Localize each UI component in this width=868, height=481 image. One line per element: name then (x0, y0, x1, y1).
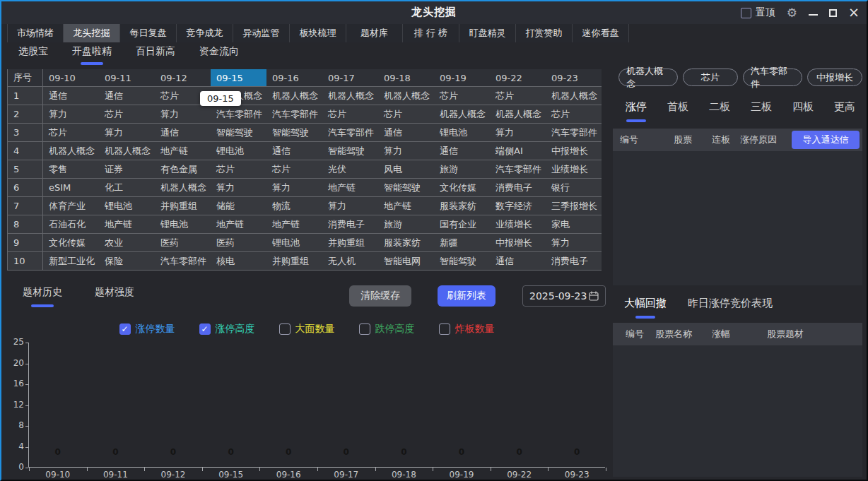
board-tab[interactable]: 三板 (751, 100, 772, 122)
theme-cell[interactable]: 体育产业 (43, 197, 99, 215)
theme-cell[interactable]: 新疆 (434, 234, 490, 251)
theme-cell[interactable]: 光伏 (322, 160, 378, 178)
theme-cell[interactable]: 智能驾驶 (378, 179, 434, 196)
theme-cell[interactable]: 芯片 (490, 87, 546, 105)
subnav-tab[interactable]: 资金流向 (198, 44, 240, 65)
subnav-tab[interactable]: 百日新高 (134, 44, 177, 65)
subnav-tab[interactable]: 开盘啦精 (71, 44, 113, 65)
theme-cell[interactable]: 芯片 (546, 105, 602, 123)
nav-tab[interactable]: 盯盘精灵 (459, 24, 516, 42)
theme-cell[interactable]: 并购重组 (266, 252, 322, 270)
theme-cell[interactable]: 汽车零部件 (322, 124, 378, 141)
history-tab[interactable]: 题材历史 (23, 286, 62, 307)
pin-to-top-toggle[interactable]: 置顶 (741, 6, 775, 19)
theme-cell[interactable]: 地产链 (378, 197, 434, 215)
theme-cell[interactable]: 芯片 (378, 105, 434, 123)
theme-cell[interactable]: 中报增长 (490, 234, 546, 251)
history-tab[interactable]: 题材强度 (95, 286, 134, 307)
theme-cell[interactable]: 芯片 (43, 124, 99, 141)
theme-cell[interactable]: 通信 (378, 124, 434, 141)
import-tdx-button[interactable]: 导入通达信 (792, 131, 860, 149)
theme-cell[interactable]: 锂电池 (266, 234, 322, 251)
theme-cell[interactable]: 中报增长 (546, 142, 602, 160)
theme-tag[interactable]: 中报增长 (807, 69, 862, 86)
theme-cell[interactable]: 地产链 (266, 215, 322, 233)
theme-cell[interactable]: 地产链 (211, 215, 266, 233)
theme-cell[interactable]: 汽车零部件 (266, 105, 322, 123)
theme-cell[interactable]: 有色金属 (155, 160, 211, 178)
theme-cell[interactable]: 通信 (99, 87, 155, 105)
nav-tab[interactable]: 每日复盘 (120, 24, 177, 42)
theme-cell[interactable]: 芯片 (211, 160, 266, 178)
minimize-button[interactable] (809, 14, 818, 16)
theme-cell[interactable]: 算力 (99, 124, 155, 141)
theme-cell[interactable]: 旅游 (434, 160, 490, 178)
theme-cell[interactable]: 数字经济 (490, 197, 546, 215)
date-header-cell[interactable]: 09-18 (378, 69, 434, 86)
board-tab[interactable]: 四板 (792, 100, 814, 122)
theme-cell[interactable]: 通信 (43, 87, 99, 105)
date-header-cell[interactable]: 09-15 (211, 69, 266, 86)
theme-cell[interactable]: 智能驾驶 (266, 124, 322, 141)
theme-cell[interactable]: 通信 (155, 124, 211, 141)
clear-cache-button[interactable]: 清除缓存 (349, 285, 411, 307)
theme-cell[interactable]: 智能驾驶 (434, 252, 490, 270)
theme-cell[interactable]: 无人机 (322, 252, 378, 270)
theme-cell[interactable]: 医药 (155, 234, 211, 251)
subnav-tab[interactable]: 选股宝 (17, 44, 49, 65)
nav-tab[interactable]: 异动监管 (233, 24, 290, 42)
theme-cell[interactable]: 地产链 (322, 179, 378, 196)
nav-tab[interactable]: 板块梳理 (290, 24, 346, 42)
theme-cell[interactable]: 风电 (378, 160, 434, 178)
theme-cell[interactable]: 锂电池 (99, 197, 155, 215)
theme-cell[interactable]: 通信 (266, 142, 322, 160)
theme-cell[interactable]: 智能电网 (378, 252, 434, 270)
pin-checkbox-icon[interactable] (741, 8, 751, 18)
theme-cell[interactable]: 储能 (211, 197, 266, 215)
board-tab[interactable]: 涨停 (626, 100, 647, 122)
nav-tab[interactable]: 龙头挖掘 (64, 24, 120, 42)
theme-cell[interactable]: 芯片 (322, 105, 378, 123)
theme-cell[interactable]: 机器人概念 (490, 105, 546, 123)
theme-cell[interactable]: 三季报增长 (546, 197, 602, 215)
date-header-cell[interactable]: 09-22 (490, 69, 546, 86)
theme-cell[interactable]: 锂电池 (211, 142, 266, 160)
theme-cell[interactable]: 服装家纺 (378, 234, 434, 251)
theme-cell[interactable]: 消费电子 (490, 179, 546, 196)
theme-cell[interactable]: eSIM (43, 179, 99, 196)
theme-cell[interactable]: 化工 (99, 179, 155, 196)
nav-tab[interactable]: 市场情绪 (7, 24, 64, 42)
nav-tab[interactable]: 题材库 (346, 24, 403, 42)
theme-cell[interactable]: 证券 (99, 160, 155, 178)
theme-cell[interactable]: 并购重组 (155, 197, 211, 215)
theme-cell[interactable]: 农业 (99, 234, 155, 251)
theme-cell[interactable]: 新型工业化 (43, 252, 99, 270)
theme-cell[interactable]: 旅游 (378, 215, 434, 233)
date-header-cell[interactable]: 09-19 (434, 69, 490, 86)
theme-cell[interactable]: 锂电池 (434, 124, 490, 141)
theme-cell[interactable]: 汽车零部件 (211, 105, 266, 123)
theme-cell[interactable]: 机器人概念 (43, 142, 99, 160)
date-header-cell[interactable]: 09-12 (155, 69, 211, 86)
date-header-cell[interactable]: 09-11 (99, 69, 155, 86)
board-tab[interactable]: 二板 (709, 100, 730, 122)
theme-cell[interactable]: 服装家纺 (434, 197, 490, 215)
refresh-list-button[interactable]: 刷新列表 (438, 285, 495, 307)
board-tab[interactable]: 首板 (667, 100, 688, 122)
theme-cell[interactable]: 文化传媒 (43, 234, 99, 251)
theme-cell[interactable]: 医药 (211, 234, 266, 251)
theme-cell[interactable]: 芯片 (434, 87, 490, 105)
theme-cell[interactable]: 算力 (43, 105, 99, 123)
theme-cell[interactable]: 消费电子 (546, 252, 602, 270)
theme-cell[interactable]: 通信 (434, 142, 490, 160)
settings-gear-icon[interactable]: ⚙ (787, 7, 797, 19)
theme-cell[interactable]: 端侧AI (490, 142, 546, 160)
theme-cell[interactable]: 汽车零部件 (155, 252, 211, 270)
theme-cell[interactable]: 通信 (490, 252, 546, 270)
theme-cell[interactable]: 家电 (546, 215, 602, 233)
board-tab[interactable]: 更高 (834, 100, 855, 122)
theme-cell[interactable]: 算力 (378, 142, 434, 160)
nav-tab[interactable]: 打赏赞助 (516, 24, 573, 42)
theme-tag[interactable]: 汽车零部件 (743, 69, 802, 86)
theme-cell[interactable]: 机器人概念 (378, 87, 434, 105)
